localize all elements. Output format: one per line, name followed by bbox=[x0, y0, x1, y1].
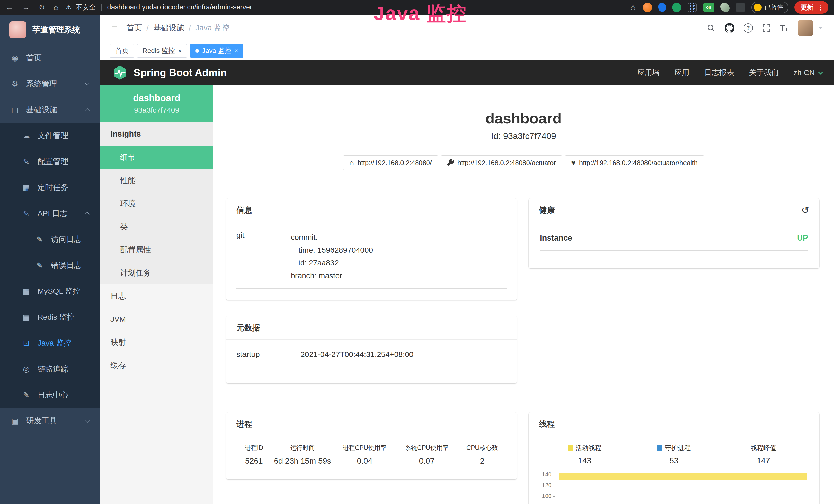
sidebar-item-scheduled-tasks[interactable]: ▦ 定时任务 bbox=[0, 175, 100, 201]
sidebar-item-label: API 日志 bbox=[38, 208, 68, 219]
sidebar-item-log-center[interactable]: ✎ 日志中心 bbox=[0, 382, 100, 408]
actuator-url-button[interactable]: http://192.168.0.2:48080/actuator bbox=[441, 155, 562, 170]
profile-paused-badge[interactable]: 已暂停 bbox=[751, 2, 788, 13]
sba-nav-about[interactable]: 关于我们 bbox=[749, 68, 779, 78]
sidebar-item-label: MySQL 监控 bbox=[38, 286, 81, 297]
chrome-update-button[interactable]: 更新 ⋮ bbox=[794, 1, 828, 14]
sidebar-item-label: 研发工具 bbox=[26, 416, 57, 426]
browser-extension-icon[interactable] bbox=[658, 3, 666, 12]
sba-menu-scheduled-tasks[interactable]: 计划任务 bbox=[100, 261, 213, 284]
sba-menu-jvm[interactable]: JVM bbox=[100, 307, 213, 331]
sidebar-item-error-logs[interactable]: ✎ 错误日志 bbox=[0, 252, 100, 278]
sba-brand[interactable]: Spring Boot Admin bbox=[112, 65, 227, 80]
legend-color-swatch bbox=[568, 445, 573, 451]
close-icon[interactable]: × bbox=[178, 48, 182, 54]
metadata-card: 元数据 startup 2021-04-27T00:44:31.254+08:0… bbox=[226, 316, 517, 383]
browser-extension-icon[interactable] bbox=[643, 3, 652, 12]
sidebar-item-file-management[interactable]: ☁ 文件管理 bbox=[0, 123, 100, 148]
sba-menu-performance[interactable]: 性能 bbox=[100, 169, 213, 192]
status-badge: UP bbox=[797, 233, 808, 243]
bookmark-star-icon[interactable]: ☆ bbox=[629, 3, 637, 12]
fullscreen-icon[interactable] bbox=[762, 24, 771, 32]
browser-toolbar-right: ☆ on 已暂停 更新 ⋮ bbox=[629, 1, 828, 14]
health-url-button[interactable]: ♥ http://192.168.0.2:48080/actuator/heal… bbox=[565, 155, 704, 170]
url-text[interactable]: dashboard.yudao.iocoder.cn/infra/admin-s… bbox=[107, 3, 252, 11]
browser-home-icon[interactable]: ⌂ bbox=[54, 4, 58, 11]
info-line: branch: master bbox=[291, 269, 373, 282]
sba-nav-wallboard[interactable]: 应用墙 bbox=[637, 68, 660, 78]
sba-menu-caches[interactable]: 缓存 bbox=[100, 354, 213, 377]
eye-icon: ◎ bbox=[21, 365, 31, 373]
sidebar-item-mysql-monitor[interactable]: ▦ MySQL 监控 bbox=[0, 278, 100, 304]
process-column-cpu-cores: CPU核心数 2 bbox=[458, 444, 506, 466]
help-icon[interactable]: ? bbox=[744, 23, 753, 32]
sidebar-item-system-management[interactable]: ⚙ 系统管理 bbox=[0, 71, 100, 97]
sidebar-item-config-management[interactable]: ✎ 配置管理 bbox=[0, 148, 100, 175]
sba-nav-journal[interactable]: 日志报表 bbox=[704, 68, 734, 78]
breadcrumb-infrastructure[interactable]: 基础设施 bbox=[153, 23, 184, 33]
sba-nav-applications[interactable]: 应用 bbox=[675, 68, 689, 78]
avatar-caret-icon[interactable] bbox=[818, 27, 823, 29]
reload-icon[interactable]: ↻ bbox=[39, 4, 45, 11]
wrench-icon bbox=[447, 159, 454, 167]
legend-peak-threads: 线程峰值 147 bbox=[719, 444, 808, 465]
info-card-body: git commit: time: 1596289704000 id: 27aa… bbox=[226, 222, 517, 289]
breadcrumb-home[interactable]: 首页 bbox=[127, 23, 142, 33]
browser-extension-icon[interactable] bbox=[672, 3, 681, 12]
info-card: 信息 git commit: time: 1596289704000 id: 2… bbox=[226, 199, 517, 300]
sba-menu-logs[interactable]: 日志 bbox=[100, 284, 213, 307]
address-bar[interactable]: ⚠ 不安全 dashboard.yudao.iocoder.cn/infra/a… bbox=[66, 3, 252, 12]
service-url-button[interactable]: ⌂ http://192.168.0.2:48080/ bbox=[343, 155, 438, 170]
user-avatar[interactable] bbox=[797, 20, 813, 36]
browser-extension-icon[interactable] bbox=[687, 3, 697, 12]
sidebar-item-java-monitor[interactable]: ⊡ Java 监控 bbox=[0, 330, 100, 356]
sba-menu-details[interactable]: 细节 bbox=[100, 146, 213, 169]
sba-menu-classes[interactable]: 类 bbox=[100, 215, 213, 238]
process-table: 进程ID 5261 运行时间 6d 23h 15m 59s 进程CPU使用率 bbox=[236, 444, 506, 466]
github-icon[interactable] bbox=[725, 23, 734, 33]
sidebar-item-api-logs[interactable]: ✎ API 日志 bbox=[0, 201, 100, 226]
legend-label: 活动线程 bbox=[576, 444, 601, 452]
sba-menu-environment[interactable]: 环境 bbox=[100, 192, 213, 215]
history-icon[interactable]: ↺ bbox=[802, 206, 809, 215]
sba-menu-config-props[interactable]: 配置属性 bbox=[100, 238, 213, 261]
breadcrumb: 首页 / 基础设施 / Java 监控 bbox=[127, 23, 229, 33]
not-secure-label[interactable]: 不安全 bbox=[76, 3, 96, 12]
sidebar-item-label: 定时任务 bbox=[38, 182, 68, 193]
process-card-title: 进程 bbox=[236, 419, 252, 430]
sidebar-item-redis-monitor[interactable]: ▤ Redis 监控 bbox=[0, 304, 100, 330]
sidebar-item-access-logs[interactable]: ✎ 访问日志 bbox=[0, 226, 100, 252]
chevron-down-icon bbox=[85, 81, 90, 86]
browser-menu-kebab-icon[interactable]: ⋮ bbox=[817, 4, 824, 11]
tab-home[interactable]: 首页 bbox=[110, 44, 134, 58]
sidebar-item-infrastructure[interactable]: ▤ 基础设施 bbox=[0, 97, 100, 123]
browser-extension-icon[interactable]: on bbox=[703, 3, 714, 12]
close-icon[interactable]: × bbox=[235, 48, 238, 54]
not-secure-warning-icon: ⚠ bbox=[66, 3, 71, 11]
extensions-puzzle-icon[interactable] bbox=[736, 3, 745, 12]
app-logo[interactable]: 芋道管理系统 bbox=[0, 15, 100, 45]
tab-redis-monitor[interactable]: Redis 监控 × bbox=[137, 44, 187, 58]
sba-language-select[interactable]: zh-CN bbox=[794, 69, 822, 77]
sba-instance-header[interactable]: dashboard 93a3fc7f7409 bbox=[100, 85, 213, 122]
sba-menu-mappings[interactable]: 映射 bbox=[100, 331, 213, 354]
metadata-card-body: startup 2021-04-27T00:44:31.254+08:00 bbox=[226, 340, 517, 366]
sidebar-item-home[interactable]: ◉ 首页 bbox=[0, 45, 100, 71]
tab-java-monitor[interactable]: Java 监控 × bbox=[190, 44, 243, 58]
forward-icon[interactable]: → bbox=[22, 4, 30, 11]
app-logo-avatar bbox=[9, 21, 26, 38]
threads-card-header: 线程 bbox=[529, 412, 819, 436]
log-icon: ✎ bbox=[21, 391, 31, 399]
process-value: 0.07 bbox=[396, 457, 458, 466]
sba-body: dashboard 93a3fc7f7409 Insights 细节 性能 环境… bbox=[100, 85, 834, 504]
process-column-system-cpu: 系统CPU使用率 0.07 bbox=[396, 444, 458, 466]
process-column-pid: 进程ID 5261 bbox=[236, 444, 271, 466]
back-icon[interactable]: ← bbox=[6, 4, 13, 11]
text-size-icon[interactable]: T T bbox=[780, 23, 788, 32]
search-icon[interactable] bbox=[707, 24, 715, 32]
browser-extension-icon[interactable] bbox=[721, 3, 730, 12]
info-line: commit: bbox=[291, 231, 373, 244]
hamburger-icon[interactable]: ≡ bbox=[111, 23, 118, 33]
sidebar-item-dev-tools[interactable]: ▣ 研发工具 bbox=[0, 408, 100, 434]
sidebar-item-link-tracing[interactable]: ◎ 链路追踪 bbox=[0, 356, 100, 382]
